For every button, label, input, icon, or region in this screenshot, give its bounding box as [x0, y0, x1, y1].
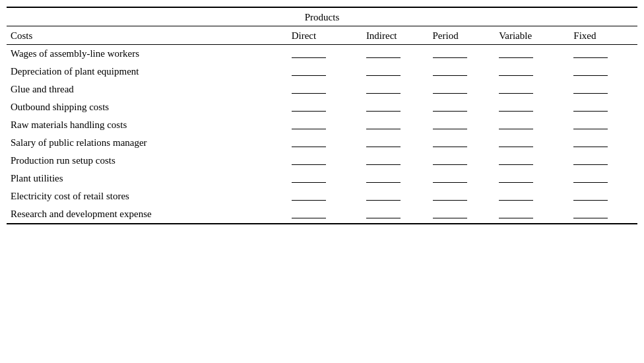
cell-variable — [496, 81, 571, 98]
cell-fixed — [571, 45, 637, 63]
cell-indirect — [364, 205, 430, 223]
cell-indirect — [364, 152, 430, 170]
table-row: Glue and thread — [7, 81, 637, 98]
cell-variable — [496, 205, 571, 223]
cell-period — [430, 187, 497, 205]
cell-direct — [289, 205, 364, 223]
cost-label: Salary of public relations manager — [7, 134, 289, 152]
col-header-fixed: Fixed — [571, 26, 637, 45]
cell-indirect — [364, 81, 430, 98]
cell-indirect — [364, 134, 430, 152]
cell-indirect — [364, 98, 430, 116]
cell-fixed — [571, 116, 637, 134]
cell-fixed — [571, 98, 637, 116]
cell-direct — [289, 116, 364, 134]
header-row: Costs Direct Indirect Period Variable Fi… — [7, 26, 637, 45]
cell-period — [430, 152, 497, 170]
cell-period — [430, 45, 497, 63]
cell-period — [430, 134, 497, 152]
cell-variable — [496, 152, 571, 170]
cost-label: Raw materials handling costs — [7, 116, 289, 134]
table-row: Raw materials handling costs — [7, 116, 637, 134]
cell-period — [430, 116, 497, 134]
cell-variable — [496, 170, 571, 187]
cell-indirect — [364, 187, 430, 205]
cost-label: Electricity cost of retail stores — [7, 187, 289, 205]
cell-indirect — [364, 63, 430, 81]
cell-fixed — [571, 152, 637, 170]
cell-direct — [289, 45, 364, 63]
cell-variable — [496, 63, 571, 81]
cell-direct — [289, 63, 364, 81]
cell-fixed — [571, 205, 637, 223]
cell-variable — [496, 187, 571, 205]
cell-period — [430, 205, 497, 223]
table-row: Research and development expense — [7, 205, 637, 223]
cost-classification-table: Costs Direct Indirect Period Variable Fi… — [7, 26, 637, 223]
cell-fixed — [571, 81, 637, 98]
col-header-variable: Variable — [496, 26, 571, 45]
cell-variable — [496, 116, 571, 134]
cell-fixed — [571, 134, 637, 152]
table-row: Plant utilities — [7, 170, 637, 187]
main-table-wrapper: Products Costs Direct Indirect Period Va… — [7, 7, 637, 224]
cell-period — [430, 81, 497, 98]
table-row: Electricity cost of retail stores — [7, 187, 637, 205]
cell-direct — [289, 187, 364, 205]
cell-fixed — [571, 63, 637, 81]
products-label: Products — [305, 12, 340, 22]
cost-label: Depreciation of plant equipment — [7, 63, 289, 81]
cell-direct — [289, 134, 364, 152]
cell-fixed — [571, 170, 637, 187]
table-row: Depreciation of plant equipment — [7, 63, 637, 81]
cell-indirect — [364, 116, 430, 134]
products-header: Products — [7, 8, 637, 26]
col-header-indirect: Indirect — [364, 26, 430, 45]
cost-label: Wages of assembly-line workers — [7, 45, 289, 63]
col-header-period: Period — [430, 26, 497, 45]
cell-direct — [289, 152, 364, 170]
cell-direct — [289, 98, 364, 116]
cell-fixed — [571, 187, 637, 205]
cost-label: Outbound shipping costs — [7, 98, 289, 116]
cell-indirect — [364, 45, 430, 63]
table-row: Wages of assembly-line workers — [7, 45, 637, 63]
cost-label: Glue and thread — [7, 81, 289, 98]
cell-period — [430, 170, 497, 187]
col-header-costs: Costs — [7, 26, 289, 45]
cell-variable — [496, 134, 571, 152]
cost-label: Production run setup costs — [7, 152, 289, 170]
col-header-direct: Direct — [289, 26, 364, 45]
cell-indirect — [364, 170, 430, 187]
cell-direct — [289, 81, 364, 98]
cell-variable — [496, 98, 571, 116]
cell-period — [430, 98, 497, 116]
table-row: Salary of public relations manager — [7, 134, 637, 152]
table-row: Production run setup costs — [7, 152, 637, 170]
cell-direct — [289, 170, 364, 187]
cost-label: Research and development expense — [7, 205, 289, 223]
cell-variable — [496, 45, 571, 63]
table-row: Outbound shipping costs — [7, 98, 637, 116]
cell-period — [430, 63, 497, 81]
cost-label: Plant utilities — [7, 170, 289, 187]
